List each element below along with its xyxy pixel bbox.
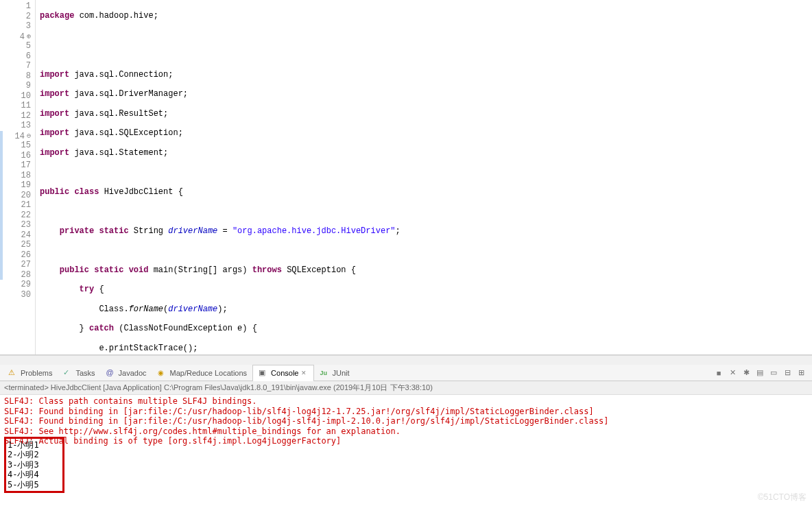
line-number: 28 bbox=[0, 270, 31, 280]
console-line: SLF4J: Found binding in [jar:file:/C:/us… bbox=[4, 407, 808, 417]
console-line: SLF4J: Class path contains multiple SLF4… bbox=[4, 396, 808, 407]
tab-tasks[interactable]: Tasks bbox=[58, 365, 100, 381]
line-gutter: 1 2 3 4 5 6 7 8 9 10 11 12 13 14 15 16 1… bbox=[0, 0, 36, 354]
tab-problems[interactable]: Problems bbox=[3, 365, 58, 381]
line-number: 18 bbox=[0, 171, 31, 181]
line-number: 7 bbox=[0, 61, 31, 71]
line-number: 19 bbox=[0, 180, 31, 191]
line-number: 22 bbox=[0, 210, 31, 221]
line-number: 27 bbox=[0, 260, 31, 270]
close-icon[interactable]: ✕ bbox=[301, 370, 308, 376]
remove-all-icon[interactable]: ✕ bbox=[727, 368, 738, 378]
line-number: 25 bbox=[0, 240, 31, 250]
line-number: 29 bbox=[0, 280, 31, 290]
tab-junit[interactable]: JUnit bbox=[314, 365, 355, 381]
line-number: 5 bbox=[0, 41, 31, 51]
line-number: 24 bbox=[0, 230, 31, 241]
line-number: 9 bbox=[0, 81, 31, 91]
line-number: 2 bbox=[0, 12, 31, 22]
line-number: 30 bbox=[0, 290, 31, 300]
problems-icon bbox=[8, 368, 18, 378]
junit-icon bbox=[320, 368, 329, 378]
views-tabbar: Problems Tasks Javadoc Map/Reduce Locati… bbox=[0, 365, 812, 381]
tab-console[interactable]: Console✕ bbox=[252, 365, 314, 381]
line-number: 23 bbox=[0, 220, 31, 230]
result-line: 1-小明1 bbox=[8, 440, 39, 450]
line-number: 10 bbox=[0, 91, 31, 101]
result-line: 4-小明4 bbox=[8, 470, 39, 480]
line-number: 11 bbox=[0, 101, 31, 111]
line-number: 20 bbox=[0, 191, 31, 201]
maximize-icon[interactable]: ⊞ bbox=[796, 368, 807, 378]
console-icon bbox=[259, 368, 268, 378]
line-number: 17 bbox=[0, 160, 31, 171]
console-output[interactable]: SLF4J: Class path contains multiple SLF4… bbox=[0, 395, 812, 506]
result-line: 3-小明3 bbox=[8, 460, 39, 470]
tab-mapreduce[interactable]: Map/Reduce Locations bbox=[152, 365, 253, 381]
line-number: 8 bbox=[0, 71, 31, 82]
line-number: 12 bbox=[0, 111, 31, 121]
minimize-icon[interactable]: ⊟ bbox=[782, 368, 793, 378]
result-highlight-box: 1-小明1 2-小明2 3-小明3 4-小明4 5-小明5 bbox=[4, 437, 64, 494]
line-number: 13 bbox=[0, 121, 31, 131]
console-toolbar: ■ ✕ ✱ ▤ ▭ ⊟ ⊞ bbox=[713, 368, 809, 378]
horizontal-scrollbar[interactable] bbox=[0, 355, 812, 365]
pin-console-icon[interactable]: ✱ bbox=[741, 368, 752, 378]
remove-launch-icon[interactable]: ■ bbox=[713, 368, 724, 378]
line-number: 14 bbox=[0, 131, 31, 141]
console-line: SLF4J: Actual binding is of type [org.sl… bbox=[4, 436, 808, 446]
line-number: 16 bbox=[0, 151, 31, 161]
mapreduce-icon bbox=[158, 368, 167, 378]
watermark: ©51CTO博客 bbox=[758, 492, 807, 503]
tasks-icon bbox=[63, 368, 73, 378]
result-line: 2-小明2 bbox=[8, 450, 39, 460]
fold-icon[interactable] bbox=[26, 32, 31, 36]
editor-pane: 1 2 3 4 5 6 7 8 9 10 11 12 13 14 15 16 1… bbox=[0, 0, 812, 355]
line-number: 6 bbox=[0, 51, 31, 62]
javadoc-icon bbox=[106, 368, 116, 378]
result-line: 5-小明5 bbox=[8, 480, 39, 490]
line-number: 4 bbox=[0, 32, 31, 42]
line-number: 3 bbox=[0, 21, 31, 32]
tab-javadoc[interactable]: Javadoc bbox=[101, 365, 152, 381]
line-number: 26 bbox=[0, 250, 31, 261]
console-line: SLF4J: See http://www.slf4j.org/codes.ht… bbox=[4, 426, 808, 437]
console-status: <terminated> HiveJdbcClient [Java Applic… bbox=[0, 381, 812, 395]
open-console-icon[interactable]: ▭ bbox=[768, 368, 779, 378]
fold-icon[interactable] bbox=[26, 131, 31, 136]
line-number: 1 bbox=[0, 1, 31, 12]
code-area[interactable]: package com.hadoop.hive; import java.sql… bbox=[36, 0, 812, 354]
line-number: 15 bbox=[0, 141, 31, 151]
line-number: 21 bbox=[0, 200, 31, 210]
console-line: SLF4J: Found binding in [jar:file:/C:/us… bbox=[4, 416, 808, 426]
display-selected-icon[interactable]: ▤ bbox=[754, 368, 765, 378]
